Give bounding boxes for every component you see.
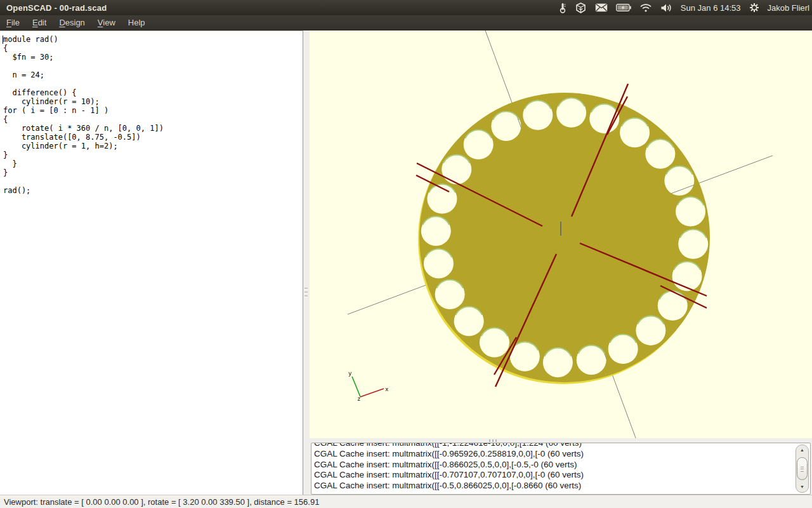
menu-item-file[interactable]: File — [0, 16, 26, 29]
openscad-window: OpenSCAD - 00-rad.scad — [0, 0, 812, 508]
window-title: OpenSCAD - 00-rad.scad — [0, 3, 107, 13]
sync-box-icon[interactable] — [575, 3, 587, 13]
horizontal-splitter[interactable] — [310, 438, 812, 443]
console-log: CGAL Cache insert: multmatrix([[-1,-1.22… — [314, 443, 794, 494]
axis-label-y: y — [348, 370, 352, 377]
thermometer-icon[interactable] — [559, 3, 566, 13]
menu-item-edit[interactable]: Edit — [26, 16, 53, 29]
axis-label-z: z — [357, 396, 360, 402]
clock[interactable]: Sun Jan 6 14:53 — [681, 3, 741, 13]
viewport-status-text: Viewport: translate = [ 0.00 0.00 0.00 ]… — [0, 497, 319, 507]
top-panel: OpenSCAD - 00-rad.scad — [0, 0, 812, 15]
editor-code-text: module rad() { $fn = 30; n = 24; differe… — [0, 31, 303, 195]
console-line: CGAL Cache insert: multmatrix([[-0.96592… — [314, 449, 794, 460]
wifi-icon[interactable] — [639, 3, 652, 12]
main-area: module rad() { $fn = 30; n = 24; differe… — [0, 30, 812, 495]
menu-item-view[interactable]: View — [91, 16, 122, 29]
mail-icon[interactable] — [595, 3, 608, 12]
volume-icon[interactable] — [660, 3, 672, 13]
console-line: CGAL Cache insert: multmatrix([[-0.86602… — [314, 460, 794, 471]
menu-item-design[interactable]: Design — [53, 16, 91, 29]
scrollbar-thumb[interactable] — [797, 457, 808, 480]
status-bar: Viewport: translate = [ 0.00 0.00 0.00 ]… — [0, 495, 812, 508]
viewport-3d[interactable]: xyz — [310, 30, 812, 438]
text-caret — [3, 36, 3, 44]
menu-item-help[interactable]: Help — [122, 16, 152, 29]
session-gear-icon[interactable] — [749, 3, 759, 13]
viewport-3d-scene: xyz — [310, 30, 812, 438]
console-line: CGAL Cache insert: multmatrix([[-0.5,0.8… — [314, 481, 794, 491]
console-line: CGAL Cache insert: multmatrix([[-1,-1.22… — [314, 443, 794, 449]
battery-icon[interactable] — [616, 4, 631, 11]
console-panel: CGAL Cache insert: multmatrix([[-1,-1.22… — [311, 443, 811, 495]
right-column: xyz CGAL Cache insert: multmatrix([[-1,-… — [310, 30, 812, 495]
user-menu[interactable]: Jakob Flierl — [768, 3, 809, 13]
axis-label-x: x — [385, 386, 389, 392]
vertical-splitter[interactable] — [303, 30, 310, 495]
system-tray: Sun Jan 6 14:53 Jakob Flierl — [559, 3, 812, 13]
scrollbar-down-icon[interactable]: ▼ — [796, 484, 808, 490]
scrollbar-up-icon[interactable]: ▲ — [796, 447, 808, 453]
code-editor[interactable]: module rad() { $fn = 30; n = 24; differe… — [0, 30, 303, 495]
console-line: CGAL Cache insert: multmatrix([[-0.70710… — [314, 470, 794, 481]
menu-bar: FileEditDesignViewHelp — [0, 15, 812, 30]
console-scrollbar[interactable]: ▲ ▼ — [796, 444, 809, 493]
